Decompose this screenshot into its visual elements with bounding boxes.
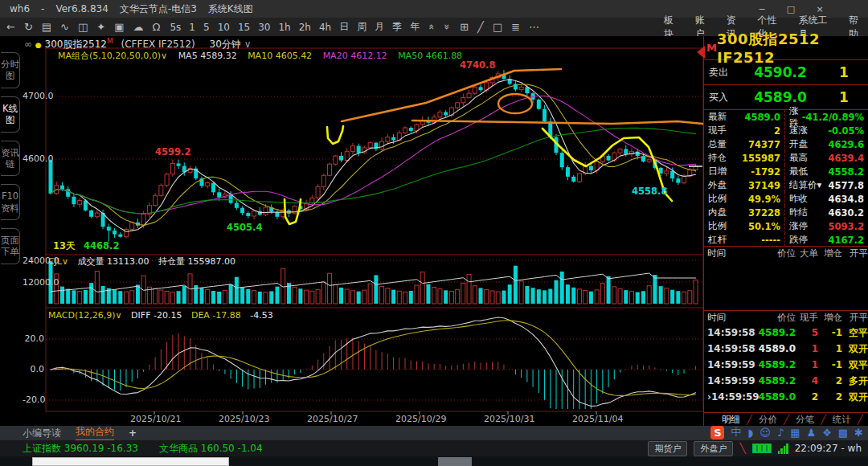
- server-node[interactable]: 文华云节点-电信3: [120, 2, 197, 16]
- trend-line-icon[interactable]: ∿: [60, 22, 69, 32]
- quote-stat-cell: 比例50.1%: [704, 219, 784, 233]
- app-name: wh6: [10, 3, 30, 14]
- sogou-logo[interactable]: S: [710, 426, 724, 439]
- input-method-bar: S中◗☺♪▦♟❖▩✱: [710, 423, 863, 441]
- shanghai-index-quote[interactable]: 上证指数 3960.19 -16.33: [23, 442, 138, 456]
- quote-stat-cell: 涨停5093.2: [784, 219, 868, 233]
- period-5s-button[interactable]: 5s: [170, 22, 181, 33]
- macd-bar-value: -4.53: [250, 310, 272, 321]
- quote-stat-cell: 最高4639.4: [784, 151, 868, 165]
- tape-row[interactable]: 14:59:584589.011双开: [704, 341, 868, 357]
- period-2h-button[interactable]: 2h: [299, 22, 311, 33]
- quote-title[interactable]: M 300股指2512 IF2512: [704, 36, 868, 60]
- tape-row[interactable]: 14:59:584589.25-1空平: [704, 325, 868, 341]
- volume-axis-label: 24000.0: [23, 255, 44, 266]
- period-30-button[interactable]: 30: [258, 22, 270, 33]
- tape-row[interactable]: 14:59:594589.242多开: [704, 373, 868, 389]
- kline-window-icon[interactable]: ▣: [114, 22, 124, 32]
- text-note-icon[interactable]: ≣: [511, 22, 520, 32]
- period-月-button[interactable]: 月: [375, 20, 384, 34]
- sidebar-tab-K线图[interactable]: K线图: [1, 96, 20, 133]
- quote-stat-row: 杠杆-----跌停4167.2: [704, 233, 868, 247]
- sidebar-tab-F10资料[interactable]: F10资料: [1, 184, 20, 220]
- sidebar-tab-分时图[interactable]: 分时图: [1, 52, 20, 88]
- tab-reader[interactable]: 小编导读: [23, 427, 61, 440]
- draw-rect-icon[interactable]: □: [493, 22, 502, 32]
- disconnect-icon: ╲: [739, 443, 745, 454]
- refresh-icon[interactable]: ↻: [24, 22, 33, 32]
- toolbar-right-icons: «»⊞╱□≣⋯: [429, 22, 539, 32]
- skin-icon[interactable]: ❖: [822, 427, 832, 439]
- tab-my-contracts[interactable]: 我的合约: [76, 425, 114, 441]
- draw-line-icon[interactable]: ╱: [477, 22, 484, 32]
- sidebar-tab-页面下单[interactable]: 页面下单: [1, 228, 20, 264]
- sidebar-tab-资讯链[interactable]: 资讯链: [1, 141, 20, 177]
- quote-stat-cell: 杠杆-----: [704, 233, 784, 247]
- add-tab-button[interactable]: +: [129, 427, 137, 439]
- expand-pane-icon[interactable]: »: [443, 24, 453, 31]
- bullet-icon: ●: [35, 41, 42, 49]
- app-version: Ver6.8.834: [55, 3, 108, 14]
- cloud-sync-icon[interactable]: ☁: [133, 22, 144, 32]
- keyboard-icon[interactable]: ▦: [790, 427, 800, 439]
- tape-row[interactable]: 14:59:594589.21-1双平: [704, 357, 868, 373]
- clock: 22:09:27 - wh: [795, 443, 862, 454]
- price-axis-label: 4600.0: [23, 153, 44, 164]
- collapse-pane-icon[interactable]: «: [428, 24, 438, 31]
- quote-stat-cell: 速涨-0.05%: [784, 124, 868, 137]
- quote-stat-cell: 结算价▾4577.8: [784, 178, 868, 192]
- signal-strength-icon: [778, 444, 788, 454]
- bid-price: 4589.0: [736, 89, 825, 105]
- period-dropdown-icon[interactable]: ∨: [244, 39, 252, 50]
- insert-pane-icon[interactable]: ⊞: [460, 22, 469, 32]
- emoji-icon[interactable]: ☺: [760, 427, 771, 439]
- big-order-table-header: 时间 价位 大单 增仓 开平: [704, 247, 868, 260]
- kline-chart-canvas[interactable]: [23, 36, 703, 426]
- ma-set-label[interactable]: MA组合(5,10,20,50,0,0)∨: [58, 51, 167, 61]
- title-dash: -: [41, 3, 44, 14]
- more-icon[interactable]: ⋯: [529, 22, 539, 32]
- panel-collapse-icon[interactable]: [697, 46, 705, 59]
- period-季-button[interactable]: 季: [392, 20, 402, 34]
- tape-row[interactable]: ›14:59:594589.022双开: [704, 389, 868, 405]
- period-年-button[interactable]: 年: [410, 20, 420, 34]
- ma50-value: MA50 4661.88: [398, 51, 462, 61]
- period-15-button[interactable]: 15: [238, 22, 250, 33]
- period-周-button[interactable]: 周: [357, 20, 366, 34]
- toolbox-icon[interactable]: ▩: [838, 427, 848, 439]
- period-1-button[interactable]: 1: [189, 22, 195, 33]
- period-4h-button[interactable]: 4h: [319, 22, 331, 33]
- quote-stat-row: 日增-1792最低4558.2: [704, 165, 868, 178]
- macd-indicator-label[interactable]: MACD(12,26,9)∨: [48, 310, 122, 321]
- pen-icon[interactable]: ◗: [747, 427, 753, 439]
- page-name: 系统K线图: [208, 2, 253, 16]
- settings-icon[interactable]: ✱: [854, 427, 863, 439]
- tick-chart-icon[interactable]: ◫: [78, 22, 88, 32]
- period-5-button[interactable]: 5: [203, 22, 210, 33]
- main-contract-marker: M: [107, 37, 113, 45]
- back-icon[interactable]: ←: [6, 22, 15, 32]
- bid-row[interactable]: 买入 4589.0 1: [704, 85, 868, 110]
- quote-stat-cell: 持仓155987: [704, 151, 784, 165]
- instrument-symbol[interactable]: 300股指2512: [45, 39, 107, 50]
- period-10-button[interactable]: 10: [218, 22, 230, 33]
- period-日-button[interactable]: 日: [339, 20, 349, 34]
- big-order-table-body: [704, 260, 868, 311]
- link-icon[interactable]: ∞: [24, 39, 32, 50]
- macd-dea-value: DEA -17.88: [191, 310, 241, 321]
- futures-account-button[interactable]: 期货户: [648, 441, 687, 456]
- background-window-edge: [32, 457, 229, 466]
- time-axis-label: 2025/11/04: [572, 414, 623, 424]
- foreign-account-button[interactable]: 外盘户: [694, 441, 733, 456]
- input-mode-icon[interactable]: 中: [731, 425, 741, 439]
- voice-icon[interactable]: ♪: [777, 427, 784, 439]
- chart-period-label[interactable]: 30分钟: [210, 39, 241, 50]
- alert-bell-icon[interactable]: Ω: [153, 22, 161, 32]
- quote-board-icon[interactable]: ▤: [42, 22, 51, 32]
- wenhua-commodity-quote[interactable]: 文华商品 160.50 -1.04: [159, 442, 263, 456]
- time-axis-label: 2025/10/31: [484, 414, 534, 424]
- account-icon[interactable]: ♟: [806, 427, 816, 439]
- period-1h-button[interactable]: 1h: [278, 22, 290, 33]
- status-bar: 上证指数 3960.19 -16.33 文华商品 160.50 -1.04 期货…: [0, 440, 868, 456]
- pattern-icon[interactable]: ✦: [96, 22, 105, 32]
